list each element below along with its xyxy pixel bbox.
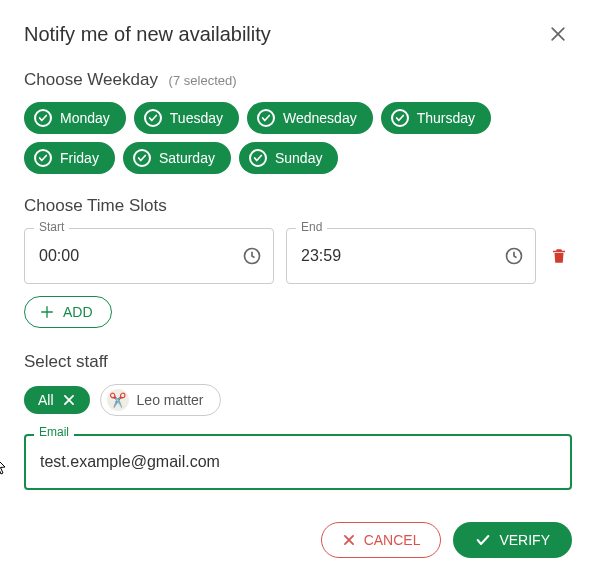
add-timeslot-button[interactable]: ADD xyxy=(24,296,112,328)
trash-icon xyxy=(550,246,568,266)
delete-timeslot-button[interactable] xyxy=(550,246,568,266)
weekday-chip-label: Saturday xyxy=(159,150,215,166)
weekday-chip-thursday[interactable]: Thursday xyxy=(381,102,491,134)
check-icon xyxy=(391,109,409,127)
start-label: Start xyxy=(34,220,69,234)
avatar: ✂️ xyxy=(107,389,129,411)
weekday-chip-wednesday[interactable]: Wednesday xyxy=(247,102,373,134)
clock-icon xyxy=(242,246,262,266)
email-input[interactable] xyxy=(24,434,572,490)
staff-chip[interactable]: ✂️ Leo matter xyxy=(100,384,221,416)
staff-row: All ✂️ Leo matter xyxy=(24,384,572,416)
email-field[interactable]: Email xyxy=(24,434,572,490)
weekday-chip-label: Thursday xyxy=(417,110,475,126)
weekday-chip-friday[interactable]: Friday xyxy=(24,142,115,174)
add-button-label: ADD xyxy=(63,304,93,320)
check-icon xyxy=(133,149,151,167)
staff-all-label: All xyxy=(38,392,54,408)
timeslot-row: Start End xyxy=(24,228,572,284)
close-icon xyxy=(548,24,568,44)
dialog-title: Notify me of new availability xyxy=(24,23,271,46)
weekday-chip-saturday[interactable]: Saturday xyxy=(123,142,231,174)
timeslots-label: Choose Time Slots xyxy=(24,196,572,216)
weekday-chip-label: Sunday xyxy=(275,150,322,166)
weekday-chip-label: Monday xyxy=(60,110,110,126)
staff-name: Leo matter xyxy=(137,392,204,408)
weekday-selected-count: (7 selected) xyxy=(169,73,237,88)
check-icon xyxy=(34,109,52,127)
weekday-chip-sunday[interactable]: Sunday xyxy=(239,142,338,174)
plus-icon xyxy=(39,304,55,320)
check-icon xyxy=(249,149,267,167)
check-icon xyxy=(257,109,275,127)
weekday-chip-tuesday[interactable]: Tuesday xyxy=(134,102,239,134)
cancel-button[interactable]: CANCEL xyxy=(321,522,442,558)
verify-button[interactable]: VERIFY xyxy=(453,522,572,558)
staff-label: Select staff xyxy=(24,352,572,372)
end-label: End xyxy=(296,220,327,234)
cancel-label: CANCEL xyxy=(364,532,421,548)
start-time-field[interactable]: Start xyxy=(24,228,274,284)
close-button[interactable] xyxy=(544,20,572,48)
weekday-chip-label: Wednesday xyxy=(283,110,357,126)
check-icon xyxy=(475,532,491,548)
check-icon xyxy=(144,109,162,127)
verify-label: VERIFY xyxy=(499,532,550,548)
actions-row: CANCEL VERIFY xyxy=(24,522,572,558)
end-time-input[interactable] xyxy=(286,228,536,284)
weekday-chip-label: Tuesday xyxy=(170,110,223,126)
close-icon xyxy=(342,533,356,547)
check-icon xyxy=(34,149,52,167)
cursor-icon xyxy=(0,456,8,476)
start-time-input[interactable] xyxy=(24,228,274,284)
staff-all-chip[interactable]: All xyxy=(24,386,90,414)
end-time-field[interactable]: End xyxy=(286,228,536,284)
email-label: Email xyxy=(34,425,74,439)
weekday-label: Choose Weekday (7 selected) xyxy=(24,70,572,90)
weekday-chip-monday[interactable]: Monday xyxy=(24,102,126,134)
weekday-chip-label: Friday xyxy=(60,150,99,166)
weekday-chip-row: Monday Tuesday Wednesday Thursday Friday… xyxy=(24,102,572,174)
clock-icon xyxy=(504,246,524,266)
close-icon xyxy=(62,393,76,407)
